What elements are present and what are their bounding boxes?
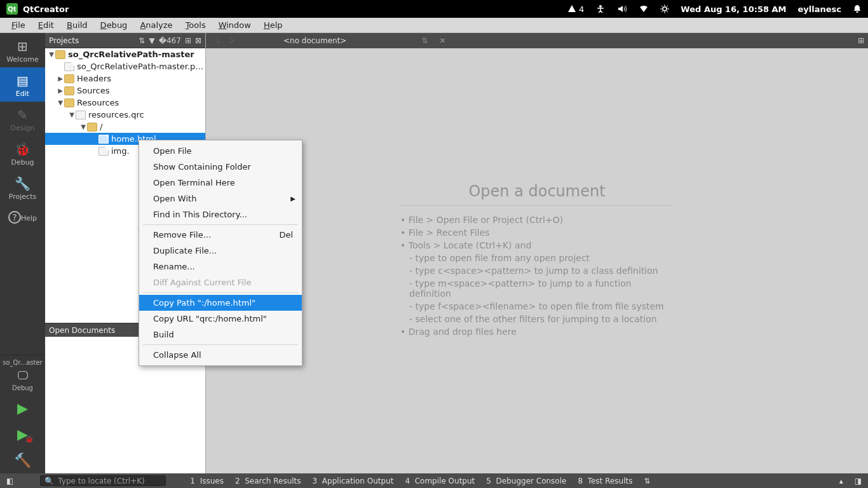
toggle-sidebar-button[interactable]: ◧	[4, 477, 16, 485]
context-menu-shortcut: Del	[279, 230, 293, 240]
context-menu-label: Copy Path ":/home.html"	[153, 298, 255, 308]
build-button[interactable]: 🔨	[0, 447, 45, 473]
context-menu-item[interactable]: Find in This Directory...	[139, 207, 302, 222]
tree-resources[interactable]: ▼Resources	[45, 97, 205, 109]
mode-design[interactable]: ✎Design	[0, 102, 45, 136]
pencil-icon: ✎	[0, 108, 45, 122]
notifications-icon[interactable]	[853, 4, 862, 13]
context-menu-item[interactable]: Remove File...Del	[139, 227, 302, 243]
close-doc-button[interactable]: ✕	[439, 36, 445, 45]
locator-placeholder: Type to locate (Ctrl+K)	[58, 477, 144, 485]
tree-label: resources.qrc	[88, 110, 144, 119]
projects-title: Projects	[49, 36, 139, 45]
tree-pro-file[interactable]: so_QrcRelativePath-master.p…	[45, 60, 205, 72]
menu-window[interactable]: Window	[212, 20, 257, 30]
context-menu-item[interactable]: Show Containing Folder	[139, 159, 302, 175]
tree-label: so_QrcRelativePath-master	[68, 50, 194, 59]
pane-debugger-console[interactable]: 5 Debugger Console	[484, 477, 569, 485]
bug-icon: 🐞	[0, 142, 45, 156]
context-menu-item[interactable]: Open File	[139, 143, 302, 159]
volume-icon[interactable]	[617, 4, 627, 13]
wifi-icon[interactable]	[639, 5, 649, 13]
wrench-icon: 🔧	[0, 177, 45, 191]
toggle-right-sidebar-button[interactable]: ◨	[852, 477, 864, 485]
mode-label: Help	[21, 214, 37, 222]
filter-icon[interactable]: ▼	[149, 36, 154, 45]
link-icon[interactable]: �467	[159, 36, 181, 45]
close-panel-icon[interactable]: ⊠	[195, 36, 201, 45]
output-expand-icon[interactable]: ▴	[837, 477, 846, 485]
clock[interactable]: Wed Aug 16, 10:58 AM	[681, 4, 786, 14]
run-debug-button[interactable]: ▶🐞	[0, 421, 45, 447]
pane-application-output[interactable]: 3 Application Output	[310, 477, 397, 485]
context-menu-item[interactable]: Collapse All	[139, 347, 302, 363]
projects-panel-header: Projects ⇅ ▼ �467 ⊞ ⊠	[45, 33, 205, 48]
nav-back-button[interactable]: 〈	[210, 36, 222, 46]
context-menu-label: Open With	[153, 194, 196, 203]
tree-prefix[interactable]: ▼/	[45, 121, 205, 133]
folder-icon	[64, 98, 74, 107]
tree-qrc[interactable]: ▼resources.qrc	[45, 109, 205, 121]
dropdown-icon[interactable]: ⇅	[421, 36, 428, 45]
kit-selector[interactable]: so_Qr...aster 🖵 Debug	[0, 355, 45, 395]
document-selector[interactable]: <no document>	[283, 36, 346, 45]
split-horizontal-icon[interactable]: ⊞	[858, 36, 864, 45]
hint-subitem: select one of the other filters for jump…	[400, 314, 674, 324]
menu-analyze[interactable]: Analyze	[133, 20, 179, 30]
pane-search-results[interactable]: 2 Search Results	[233, 477, 304, 485]
pane-issues[interactable]: 1 Issues	[187, 477, 226, 485]
project-icon	[55, 50, 65, 59]
kit-project-label: so_Qr...aster	[0, 359, 45, 366]
accessibility-icon[interactable]	[595, 4, 606, 13]
pane-compile-output[interactable]: 4 Compile Output	[402, 477, 477, 485]
menu-edit[interactable]: Edit	[32, 20, 60, 30]
mode-projects[interactable]: 🔧Projects	[0, 170, 45, 205]
hint-subitem: type to open file from any open project	[400, 253, 674, 263]
dropdown-icon[interactable]: ⇅	[139, 36, 145, 45]
context-menu-item[interactable]: Build	[139, 327, 302, 342]
editor-placeholder: Open a document File > Open File or Proj…	[206, 48, 868, 473]
file-icon	[98, 147, 109, 156]
context-menu-item[interactable]: Open With▶	[139, 191, 302, 207]
kit-config-label: Debug	[0, 384, 45, 391]
panes-dropdown-icon[interactable]: ⇅	[641, 477, 653, 485]
qrc-icon	[76, 111, 86, 119]
mode-help[interactable]: ?Help	[0, 205, 45, 229]
context-menu-item[interactable]: Duplicate File...	[139, 243, 302, 259]
hint-item: File > Recent Files	[400, 227, 674, 238]
run-button[interactable]: ▶	[0, 395, 45, 421]
mode-welcome[interactable]: ⊞Welcome	[0, 33, 45, 67]
network-indicator[interactable]: 4	[567, 4, 584, 14]
locator-input[interactable]: 🔍 Type to locate (Ctrl+K)	[40, 475, 166, 486]
placeholder-title: Open a document	[400, 182, 674, 206]
context-menu-label: Open Terminal Here	[153, 178, 235, 187]
context-menu-label: Diff Against Current File	[153, 278, 251, 287]
mode-edit[interactable]: ▤Edit	[0, 67, 45, 102]
desktop-top-bar: Qt QtCreator 4 Wed Aug 16, 10:58 AM eyll…	[0, 0, 868, 18]
add-split-icon[interactable]: ⊞	[185, 36, 191, 45]
tree-label: so_QrcRelativePath-master.p…	[77, 62, 203, 71]
context-menu-label: Remove File...	[153, 230, 211, 240]
context-menu-label: Find in This Directory...	[153, 210, 247, 219]
mode-debug[interactable]: 🐞Debug	[0, 136, 45, 170]
context-menu-item[interactable]: Rename...	[139, 259, 302, 274]
context-menu-item[interactable]: Copy URL "qrc:/home.html"	[139, 311, 302, 327]
user-menu[interactable]: eyllanesc	[798, 4, 842, 14]
hint-subitem: type c<space><pattern> to jump to a clas…	[400, 266, 674, 276]
qt-logo-icon: Qt	[6, 3, 18, 15]
mode-label: Edit	[16, 90, 29, 98]
menu-debug[interactable]: Debug	[94, 20, 134, 30]
settings-gear-icon[interactable]	[660, 4, 669, 13]
context-menu-item[interactable]: Open Terminal Here	[139, 175, 302, 191]
tree-sources[interactable]: ▶Sources	[45, 85, 205, 97]
menu-help[interactable]: Help	[257, 20, 289, 30]
context-menu-item[interactable]: Copy Path ":/home.html"	[139, 295, 302, 311]
tree-headers[interactable]: ▶Headers	[45, 72, 205, 85]
context-menu-label: Collapse All	[153, 350, 201, 360]
nav-forward-button[interactable]: 〉	[227, 36, 240, 46]
tree-project-root[interactable]: ▼so_QrcRelativePath-master	[45, 48, 205, 60]
pane-test-results[interactable]: 8 Test Results	[575, 477, 635, 485]
menu-build[interactable]: Build	[60, 20, 94, 30]
menu-file[interactable]: File	[5, 20, 32, 30]
menu-tools[interactable]: Tools	[179, 20, 212, 30]
